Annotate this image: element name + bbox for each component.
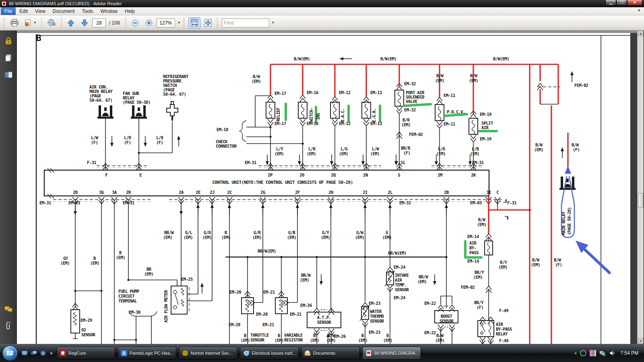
- find-input[interactable]: [222, 19, 269, 27]
- svg-text:2O: 2O: [299, 173, 304, 177]
- close-button[interactable]: ✕: [627, 0, 642, 6]
- svg-text:3I: 3I: [486, 190, 491, 195]
- chevron-down-icon: ▼: [33, 21, 37, 25]
- print-button[interactable]: [8, 17, 21, 29]
- svg-text:L/W: L/W: [372, 146, 379, 151]
- tray-swirl-icon[interactable]: [580, 350, 586, 356]
- start-button[interactable]: [2, 346, 18, 361]
- svg-text:2A: 2A: [179, 190, 184, 195]
- fit-page-button[interactable]: [202, 17, 214, 29]
- zoom-in-button[interactable]: [143, 17, 155, 29]
- svg-text:B/W: B/W: [470, 73, 477, 78]
- svg-text:(EM): (EM): [202, 235, 212, 240]
- taskbar-button-paretologic[interactable]: ParetoLogic PC Hea...: [118, 347, 176, 360]
- save-copy-button[interactable]: ▼: [22, 17, 38, 29]
- chevron-down-icon[interactable]: ▼: [637, 8, 641, 12]
- svg-text:(EM): (EM): [252, 79, 261, 84]
- zoom-out-button[interactable]: [129, 17, 141, 29]
- svg-text:E.G.R.: E.G.R.: [372, 109, 376, 122]
- menu-view[interactable]: View: [31, 7, 49, 15]
- menu-help[interactable]: Help: [121, 7, 138, 15]
- svg-text:BR/W: BR/W: [419, 274, 428, 279]
- svg-text:2L: 2L: [388, 190, 392, 195]
- svg-text:S: S: [398, 173, 400, 177]
- taskbar-button-documents[interactable]: Documents: [301, 347, 360, 360]
- svg-text:SENSOR: SENSOR: [370, 319, 384, 323]
- svg-text:AIR: AIR: [469, 241, 477, 245]
- tray-network-icon[interactable]: [599, 350, 606, 356]
- taskbar-button-norton[interactable]: Norton Internet Sec...: [179, 347, 237, 360]
- svg-text:EM-23: EM-23: [369, 330, 380, 335]
- next-page-button[interactable]: [78, 17, 91, 29]
- page-number-input[interactable]: [92, 19, 106, 27]
- menu-tools[interactable]: Tools: [78, 7, 97, 15]
- page-top-edge: [17, 31, 637, 33]
- menu-file[interactable]: File: [1, 7, 16, 15]
- svg-text:(F): (F): [555, 262, 562, 267]
- minimize-button[interactable]: ▁: [605, 0, 616, 6]
- svg-text:CIRCUIT: CIRCUIT: [118, 294, 134, 298]
- svg-text:(F): (F): [477, 305, 483, 310]
- show-desktop-icon[interactable]: [21, 350, 28, 357]
- svg-text:O2: O2: [81, 327, 86, 332]
- svg-text:B: B: [361, 333, 364, 338]
- svg-text:2E: 2E: [196, 190, 200, 195]
- svg-text:L/W: L/W: [91, 135, 98, 140]
- svg-text:L/G: L/G: [341, 146, 347, 151]
- svg-text:FUEL PUMP: FUEL PUMP: [118, 289, 139, 294]
- pages-panel-icon[interactable]: [4, 53, 13, 63]
- vertical-scrollbar[interactable]: ▲ ▼: [637, 31, 644, 344]
- security-lock-icon[interactable]: [4, 36, 13, 46]
- svg-text:(EM): (EM): [275, 151, 284, 156]
- taskbar-button-internet-explorer[interactable]: Electrical issues na/t...: [240, 347, 299, 360]
- arrow-down-icon: [80, 19, 89, 27]
- arrow-up-icon: [67, 19, 75, 27]
- svg-text:B.A.C.: B.A.C.: [340, 109, 345, 122]
- chevron-down-icon[interactable]: ▼: [178, 21, 181, 25]
- norton-icon: [182, 350, 188, 356]
- quick-launch-overflow[interactable]: »: [50, 350, 53, 356]
- tray-volume-icon[interactable]: [609, 350, 615, 356]
- menu-window[interactable]: Window: [97, 7, 122, 15]
- svg-text:EM-11: EM-11: [444, 93, 455, 98]
- svg-text:(EM): (EM): [473, 275, 483, 280]
- svg-text:EM-11: EM-11: [444, 121, 455, 126]
- comments-panel-icon[interactable]: [4, 304, 13, 314]
- bookmarks-panel-icon[interactable]: [4, 70, 13, 80]
- fit-width-button[interactable]: [188, 17, 200, 29]
- svg-text:EM-20: EM-20: [256, 312, 268, 317]
- svg-text:TERMINAL: TERMINAL: [118, 298, 137, 303]
- svg-text:L/B: L/B: [472, 146, 479, 151]
- chevron-down-icon[interactable]: ▼: [272, 21, 275, 25]
- svg-text:(EM): (EM): [321, 235, 330, 240]
- svg-text:(F): (F): [124, 140, 131, 145]
- zoom-level-value[interactable]: 127%: [157, 19, 175, 27]
- previous-page-button[interactable]: [65, 17, 77, 29]
- menu-document[interactable]: Document: [49, 7, 78, 15]
- page-right-shadow: [630, 31, 637, 344]
- tray-color-app-icon[interactable]: [590, 350, 596, 356]
- adobe-reader-icon: [2, 1, 6, 6]
- svg-text:B: B: [244, 333, 246, 338]
- svg-text:EM-32: EM-32: [404, 107, 416, 112]
- svg-text:EM-31: EM-31: [39, 200, 51, 205]
- attachments-paperclip-icon[interactable]: [4, 321, 13, 331]
- collaborate-button[interactable]: [45, 17, 58, 29]
- restore-button[interactable]: ❐: [616, 0, 627, 6]
- svg-text:THERMO: THERMO: [370, 314, 384, 319]
- taskbar-button-regcure[interactable]: RegCure: [56, 347, 115, 360]
- scroll-up-icon[interactable]: ▲: [638, 31, 644, 36]
- scrollbar-thumb[interactable]: [638, 193, 644, 208]
- tray-expand-chevron[interactable]: <: [574, 351, 577, 356]
- svg-text:BR/Y: BR/Y: [474, 300, 484, 305]
- svg-text:(F): (F): [403, 150, 410, 155]
- document-page[interactable]: BAIR CON.MAIN RELAY(PAGE50-64. 67)FAN SU…: [17, 31, 637, 344]
- taskbar-button-wiring-diagrams[interactable]: 88 WIRING DIAGRA...: [362, 347, 421, 360]
- scroll-down-icon[interactable]: ▼: [638, 338, 644, 344]
- menu-edit[interactable]: Edit: [16, 7, 31, 15]
- svg-text:2C: 2C: [227, 190, 232, 195]
- svg-text:EM-26: EM-26: [300, 303, 312, 308]
- svg-text:EM-19: EM-19: [480, 112, 491, 117]
- media-player-icon[interactable]: [39, 350, 47, 357]
- switch-windows-icon[interactable]: [30, 350, 37, 357]
